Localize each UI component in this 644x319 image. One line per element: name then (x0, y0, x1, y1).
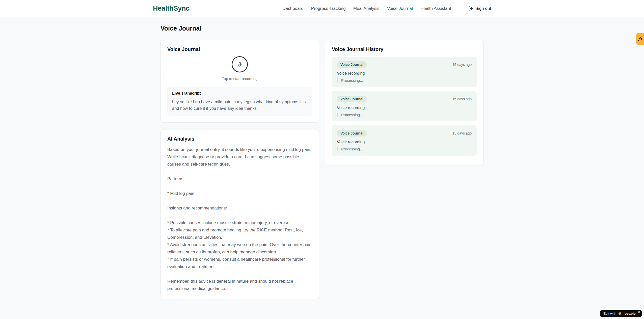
content-grid: Voice Journal Tap to start recording (160, 40, 484, 299)
app-logo[interactable]: HealthSync (153, 5, 190, 12)
entry-timestamp: 15 days ago (452, 63, 472, 67)
ai-analysis-text: Based on your journal entry, it sounds l… (167, 146, 312, 292)
live-transcript-box: Live Transcript hey so like I do have a … (167, 87, 312, 116)
lovable-prefix-label: Edit with (603, 312, 616, 315)
history-entry[interactable]: Voice Journal 15 days ago Voice recordin… (332, 57, 477, 87)
sign-out-button[interactable]: Sign out (468, 6, 491, 11)
top-header: HealthSync Dashboard Progress Tracking M… (0, 0, 644, 17)
mic-area: Tap to start recording (167, 52, 312, 81)
record-button[interactable] (232, 56, 248, 72)
entry-type-badge: Voice Journal (337, 130, 367, 137)
entry-type-badge: Voice Journal (337, 96, 367, 102)
entry-processing-status: Processing... (337, 78, 472, 83)
nav-item-progress-tracking[interactable]: Progress Tracking (311, 6, 346, 11)
history-entry-header: Voice Journal 15 days ago (337, 61, 472, 68)
entry-processing-status: Processing... (337, 113, 472, 117)
heart-icon (618, 312, 622, 315)
history-entry[interactable]: Voice Journal 15 days ago Voice recordin… (332, 125, 477, 156)
main-content: Voice Journal Voice Journal (160, 17, 484, 299)
lambda-logo-icon (638, 36, 643, 41)
voice-journal-history-card: Voice Journal History Voice Journal 15 d… (325, 40, 484, 165)
header-container: HealthSync Dashboard Progress Tracking M… (153, 0, 491, 17)
nav-item-health-assistant[interactable]: Health Assistant (420, 6, 451, 11)
entry-processing-status: Processing... (337, 147, 472, 151)
entry-timestamp: 15 days ago (452, 97, 472, 101)
entry-label: Voice recording (337, 71, 472, 76)
history-list: Voice Journal 15 days ago Voice recordin… (332, 57, 477, 156)
history-entry-header: Voice Journal 15 days ago (337, 130, 472, 137)
nav-item-voice-journal[interactable]: Voice Journal (387, 6, 413, 11)
live-transcript-text: hey so like I do have a mild pain in my … (172, 98, 307, 112)
feedback-widget-button[interactable] (636, 33, 644, 45)
left-column: Voice Journal Tap to start recording (160, 40, 319, 299)
history-entry-header: Voice Journal 15 days ago (337, 96, 472, 102)
close-icon[interactable]: ✕ (638, 311, 640, 313)
page-title: Voice Journal (160, 25, 484, 32)
sign-out-label: Sign out (475, 6, 491, 11)
entry-type-badge: Voice Journal (337, 61, 367, 68)
nav-item-dashboard[interactable]: Dashboard (283, 6, 304, 11)
edit-with-lovable-badge[interactable]: Edit with lovable ✕ (600, 310, 642, 317)
voice-recorder-card: Voice Journal Tap to start recording (160, 40, 319, 123)
live-transcript-title: Live Transcript (172, 91, 307, 96)
recorder-card-title: Voice Journal (167, 46, 312, 52)
nav-item-meal-analysis[interactable]: Meal Analysis (353, 6, 380, 11)
entry-label: Voice recording (337, 140, 472, 144)
main-nav: Dashboard Progress Tracking Meal Analysi… (283, 6, 491, 11)
ai-analysis-title: AI Analysis (167, 136, 312, 142)
sign-out-icon (468, 6, 473, 11)
ai-analysis-card: AI Analysis Based on your journal entry,… (160, 129, 319, 299)
mic-icon (237, 62, 243, 67)
history-card-title: Voice Journal History (332, 46, 477, 52)
entry-timestamp: 15 days ago (452, 131, 472, 135)
lovable-brand-label: lovable (624, 312, 636, 315)
record-hint: Tap to start recording (167, 76, 312, 81)
history-entry[interactable]: Voice Journal 15 days ago Voice recordin… (332, 91, 477, 121)
entry-label: Voice recording (337, 105, 472, 110)
